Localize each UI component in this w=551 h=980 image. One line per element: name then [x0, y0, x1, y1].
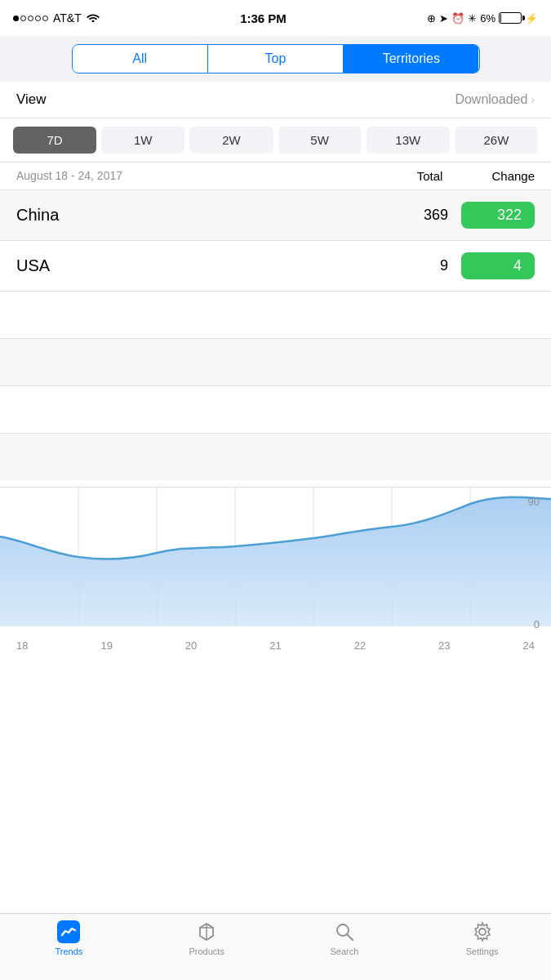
tab-trends[interactable]: Trends: [0, 920, 138, 956]
tab-products[interactable]: Products: [138, 920, 276, 956]
time-btn-1w[interactable]: 1W: [101, 127, 184, 154]
wifi-icon: [87, 11, 100, 24]
time-btn-13w[interactable]: 13W: [367, 127, 450, 154]
x-label-19: 19: [100, 639, 112, 652]
table-header: August 18 - 24, 2017 Total Change: [0, 163, 551, 189]
y-label-min: 0: [534, 618, 540, 630]
bluetooth-icon: ✳: [468, 12, 477, 24]
signal-dots: [13, 16, 48, 21]
time-range-selector: 7D 1W 2W 5W 13W 26W: [0, 118, 551, 163]
country-usa: USA: [16, 256, 440, 275]
table-row-usa[interactable]: USA 9 4: [0, 240, 551, 291]
table-row-empty-1: [0, 291, 551, 338]
change-usa: 4: [461, 252, 535, 279]
products-icon: [195, 920, 218, 943]
time-btn-7d[interactable]: 7D: [13, 127, 96, 154]
segment-control-wrap: All Top Territories: [0, 36, 551, 82]
tab-search[interactable]: Search: [276, 920, 414, 956]
gps-icon: ➤: [439, 12, 448, 24]
alarm-icon: ⏰: [451, 12, 464, 24]
status-right: ⊕ ➤ ⏰ ✳ 6% ⚡: [427, 12, 538, 24]
tab-products-label: Products: [189, 947, 224, 956]
change-china: 322: [461, 202, 535, 229]
tab-trends-label: Trends: [55, 947, 82, 956]
x-label-23: 23: [438, 639, 450, 652]
tab-search-label: Search: [330, 947, 358, 956]
total-usa: 9: [440, 257, 448, 274]
location-icon: ⊕: [427, 12, 436, 24]
battery-box: [499, 12, 522, 24]
dot-3: [28, 16, 33, 21]
trends-icon: [57, 920, 80, 943]
table-row-china[interactable]: China 369 322: [0, 189, 551, 240]
carrier-label: AT&T: [53, 11, 82, 24]
x-label-22: 22: [354, 639, 366, 652]
svg-line-7: [347, 935, 353, 941]
charging-icon: ⚡: [525, 12, 538, 24]
col-change-header: Change: [491, 169, 535, 183]
tab-settings[interactable]: Settings: [413, 920, 551, 956]
search-icon: [333, 920, 356, 943]
battery-percent: 6%: [480, 12, 495, 24]
total-china: 369: [424, 207, 448, 224]
tab-bar: Trends Products Search Set: [0, 913, 551, 980]
table-row-empty-4: [0, 433, 551, 480]
x-label-24: 24: [523, 639, 535, 652]
time-display: 1:36 PM: [240, 11, 287, 25]
dot-2: [20, 16, 26, 21]
view-value: Downloaded ›: [455, 92, 535, 107]
chart-x-labels: 18 19 20 21 22 23 24: [0, 638, 551, 653]
chart-area: [0, 497, 551, 626]
tab-settings-label: Settings: [466, 947, 499, 956]
segment-all[interactable]: All: [73, 45, 208, 73]
col-headers: Total Change: [417, 169, 535, 183]
x-label-20: 20: [185, 639, 197, 652]
date-range: August 18 - 24, 2017: [16, 169, 122, 183]
chart-svg: [0, 488, 551, 635]
x-label-21: 21: [269, 639, 281, 652]
y-label-max: 90: [528, 496, 540, 508]
x-label-18: 18: [16, 639, 28, 652]
battery-indicator: [499, 12, 522, 24]
segment-territories[interactable]: Territories: [344, 45, 478, 73]
time-btn-5w[interactable]: 5W: [278, 127, 362, 154]
chart-container: 90 0 18 19 20 21 22 23 24: [0, 487, 551, 650]
segment-control: All Top Territories: [72, 44, 480, 74]
status-left: AT&T: [13, 11, 100, 24]
time-btn-2w[interactable]: 2W: [189, 127, 273, 154]
dot-5: [42, 16, 48, 21]
view-label: View: [16, 91, 47, 108]
trends-icon-bg: [57, 920, 80, 943]
dot-4: [35, 16, 41, 21]
battery-fill: [500, 14, 501, 22]
segment-top[interactable]: Top: [208, 45, 344, 73]
col-total-header: Total: [417, 169, 443, 183]
country-china: China: [16, 206, 424, 225]
table-row-empty-3: [0, 385, 551, 433]
time-btn-26w[interactable]: 26W: [455, 127, 538, 154]
table-row-empty-2: [0, 338, 551, 385]
view-row[interactable]: View Downloaded ›: [0, 82, 551, 118]
status-bar: AT&T 1:36 PM ⊕ ➤ ⏰ ✳ 6% ⚡: [0, 0, 551, 36]
dot-1: [13, 16, 19, 21]
settings-icon: [471, 920, 494, 943]
svg-point-8: [479, 929, 486, 935]
downloaded-label: Downloaded: [455, 92, 527, 107]
chevron-right-icon: ›: [531, 93, 535, 106]
